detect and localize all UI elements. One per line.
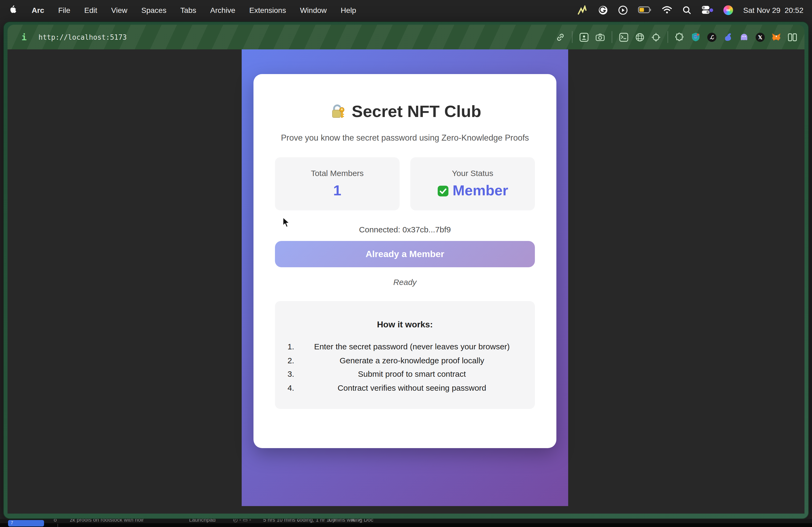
your-status-box: Your Status Member: [410, 157, 535, 210]
step-4: Contract verifies without seeing passwor…: [296, 381, 527, 394]
play-circle-icon[interactable]: [618, 4, 628, 15]
menu-clock[interactable]: Sat Nov 29 20:52: [743, 6, 803, 14]
battery-icon[interactable]: [638, 4, 651, 15]
already-member-button[interactable]: Already a Member: [275, 241, 535, 267]
status-text: Ready: [253, 277, 556, 287]
camo-rainbow-icon[interactable]: ∞: [723, 4, 733, 15]
bg-toolbar-dot: o: [54, 519, 57, 523]
divider: [572, 31, 572, 43]
step-1: Enter the secret password (never leaves …: [296, 340, 527, 353]
divider: [612, 31, 612, 43]
page-subtitle: Prove you know the secret password using…: [253, 133, 556, 143]
terminal-icon[interactable]: [619, 32, 628, 42]
your-status-label: Your Status: [410, 168, 535, 178]
background-window-strip: o zk proofs on rootstock with noir ⌄ Up …: [0, 519, 812, 527]
bg-toolbar-time-stats: 5 hrs 10 mins coding, 1 hr 10 mins writi…: [263, 519, 373, 523]
total-members-label: Total Members: [275, 168, 400, 178]
background-window-toolbar: o zk proofs on rootstock with noir ⌄ Up …: [0, 519, 812, 523]
menu-item-edit[interactable]: Edit: [84, 6, 97, 14]
macos-menu-bar: Arc File Edit View Spaces Tabs Archive E…: [0, 0, 812, 20]
split-view-icon[interactable]: [788, 32, 797, 42]
divider: [57, 524, 58, 527]
x-extension-icon[interactable]: 𝕏: [756, 32, 765, 42]
mouse-cursor: [282, 217, 290, 228]
menu-item-archive[interactable]: Archive: [210, 6, 235, 14]
phantom-ghost-icon[interactable]: [740, 32, 749, 42]
wifi-icon[interactable]: [662, 4, 672, 15]
url-toolbar: ℒ 𝕏: [556, 31, 804, 43]
secret-nft-club-page: Secret NFT Club Prove you know the secre…: [242, 49, 568, 506]
browser-viewport: Secret NFT Club Prove you know the secre…: [8, 49, 804, 514]
page-title-text: Secret NFT Club: [352, 102, 481, 121]
menu-app-name[interactable]: Arc: [32, 6, 44, 14]
connected-address: Connected: 0x37cb...7bf9: [253, 225, 556, 234]
step-3: Submit proof to smart contract: [296, 367, 527, 381]
script-l-extension-icon[interactable]: ℒ: [707, 32, 716, 42]
lock-with-key-icon: [329, 103, 346, 120]
camera-icon[interactable]: [596, 32, 605, 42]
how-it-works-list: Enter the secret password (never leaves …: [275, 340, 535, 394]
divider: [668, 31, 668, 43]
main-card: Secret NFT Club Prove you know the secre…: [253, 74, 556, 448]
spotlight-search-icon[interactable]: [683, 4, 691, 15]
control-center-icon[interactable]: [701, 4, 713, 15]
arc-browser-window: i http://localhost:5173: [3, 21, 809, 519]
member-text: Member: [452, 182, 508, 199]
url-bar[interactable]: i http://localhost:5173: [8, 25, 804, 49]
step-2: Generate a zero-knowledge proof locally: [296, 353, 527, 367]
menu-item-tabs[interactable]: Tabs: [180, 6, 196, 14]
bunny-extension-icon[interactable]: [723, 32, 733, 42]
grammarly-icon[interactable]: [598, 4, 608, 15]
adblock-shield-icon[interactable]: [691, 32, 700, 42]
menu-item-file[interactable]: File: [58, 6, 70, 14]
globe-icon[interactable]: [635, 32, 644, 42]
menu-item-extensions[interactable]: Extensions: [249, 6, 286, 14]
your-status-value: Member: [410, 182, 535, 199]
menu-item-view[interactable]: View: [111, 6, 127, 14]
how-it-works-box: How it works: Enter the secret password …: [275, 301, 535, 409]
url-text[interactable]: http://localhost:5173: [39, 33, 127, 41]
bg-toolbar-title: zk proofs on rootstock with noir: [70, 519, 144, 523]
extensions-puzzle-icon[interactable]: [675, 32, 684, 42]
green-check-icon: [437, 185, 449, 197]
bg-toolbar-launchpad: Launchpad: [189, 519, 216, 523]
total-members-value: 1: [275, 182, 400, 199]
link-icon[interactable]: [556, 32, 565, 42]
stats-row: Total Members 1 Your Status Member: [275, 157, 535, 210]
how-it-works-title: How it works:: [275, 320, 535, 330]
metamask-fox-icon[interactable]: [772, 32, 781, 42]
menu-item-help[interactable]: Help: [341, 6, 356, 14]
background-window-body: Symbiosis Step 7: Deploy to Rootstock Te…: [0, 523, 812, 527]
total-members-box: Total Members 1: [275, 157, 400, 210]
pip-flower-icon[interactable]: [579, 32, 589, 42]
bg-toolbar-widgets: ◴ ◦ ▭ ◦: [233, 519, 251, 523]
page-title: Secret NFT Club: [253, 102, 556, 121]
screen: Arc File Edit View Spaces Tabs Archive E…: [0, 0, 812, 527]
stocks-chart-icon[interactable]: [577, 4, 588, 15]
site-info-icon[interactable]: i: [21, 32, 27, 42]
menu-item-spaces[interactable]: Spaces: [141, 6, 166, 14]
apple-logo-icon[interactable]: [10, 5, 18, 15]
background-blue-tab[interactable]: 7: [8, 520, 44, 526]
target-icon[interactable]: [651, 32, 661, 42]
menu-item-window[interactable]: Window: [300, 6, 327, 14]
